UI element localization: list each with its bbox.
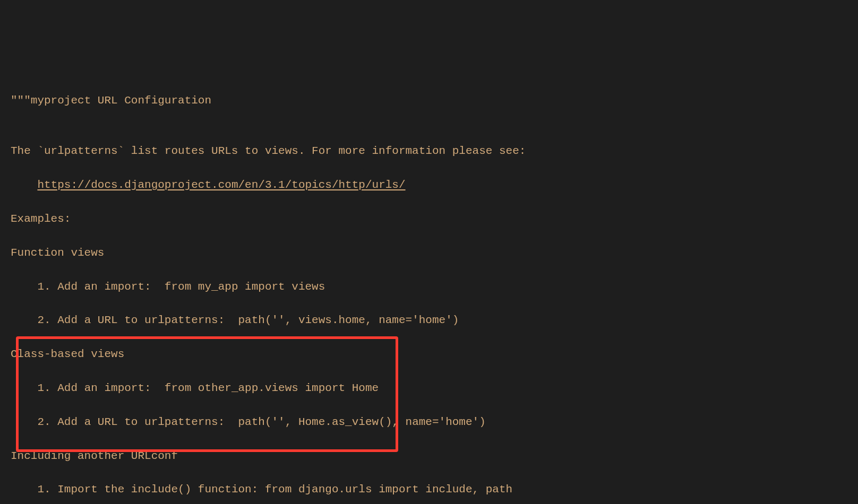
docstring-text: 1. Import the include() function: from d… [37,483,512,496]
code-line[interactable]: Function views [11,245,858,262]
code-line[interactable]: The `urlpatterns` list routes URLs to vi… [11,143,858,160]
docstring-text: Examples: [11,213,71,225]
indent-guide [11,416,37,428]
code-line[interactable]: 1. Add an import: from my_app import vie… [11,279,858,296]
indent-guide [11,483,37,496]
code-line[interactable]: Examples: [11,211,858,228]
docstring-text: myproject URL Configuration [31,94,211,107]
code-line[interactable]: Including another URLconf [11,448,858,465]
docstring-url-link[interactable]: https://docs.djangoproject.com/en/3.1/to… [37,179,405,191]
code-line[interactable]: 2. Add a URL to urlpatterns: path('', Ho… [11,414,858,431]
indent-guide [11,281,37,293]
docstring-text: 1. Add an import: from my_app import vie… [37,281,325,293]
docstring-text: 1. Add an import: from other_app.views i… [37,382,379,394]
docstring-quote: """ [11,94,31,107]
indent-guide [11,382,37,394]
docstring-text: 2. Add a URL to urlpatterns: path('', Ho… [37,416,485,428]
code-line[interactable]: https://docs.djangoproject.com/en/3.1/to… [11,177,858,194]
code-line[interactable]: 1. Add an import: from other_app.views i… [11,380,858,397]
indent-guide [11,314,37,326]
docstring-text: 2. Add a URL to urlpatterns: path('', vi… [37,314,459,326]
code-line[interactable]: """myproject URL Configuration [11,92,858,109]
docstring-text: Function views [11,247,104,259]
code-editor[interactable]: """myproject URL Configuration The `urlp… [11,75,858,504]
indent-guide [11,179,37,191]
docstring-text: The `urlpatterns` list routes URLs to vi… [11,145,526,157]
docstring-text: Class-based views [11,348,124,360]
docstring-text: Including another URLconf [11,450,178,462]
code-line[interactable]: Class-based views [11,346,858,363]
code-line[interactable]: 1. Import the include() function: from d… [11,481,858,498]
code-line[interactable]: 2. Add a URL to urlpatterns: path('', vi… [11,312,858,329]
